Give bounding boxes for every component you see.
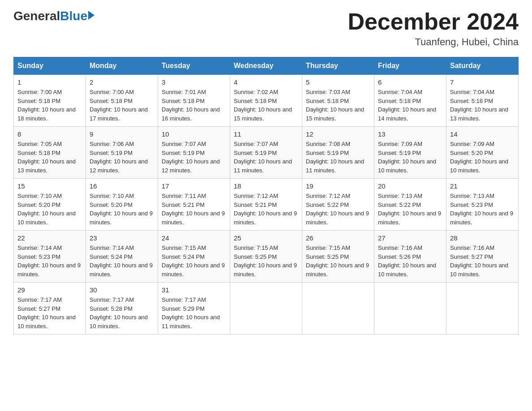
- day-number: 20: [378, 182, 442, 190]
- sunset-label: Sunset: 5:24 PM: [162, 253, 205, 260]
- sunrise-label: Sunrise: 7:12 AM: [306, 193, 350, 199]
- header-monday: Monday: [86, 57, 158, 75]
- day-number: 3: [162, 78, 226, 86]
- day-info: Sunrise: 7:00 AM Sunset: 5:18 PM Dayligh…: [17, 88, 82, 123]
- daylight-label: Daylight: 10 hours and 9 minutes.: [378, 210, 441, 226]
- calendar-week-3: 15 Sunrise: 7:10 AM Sunset: 5:20 PM Dayl…: [14, 179, 519, 231]
- day-info: Sunrise: 7:07 AM Sunset: 5:19 PM Dayligh…: [162, 140, 226, 175]
- month-title: December 2024: [348, 9, 519, 34]
- daylight-label: Daylight: 10 hours and 9 minutes.: [306, 262, 369, 278]
- daylight-label: Daylight: 10 hours and 10 minutes.: [17, 210, 76, 226]
- day-number: 2: [90, 78, 154, 86]
- daylight-label: Daylight: 10 hours and 10 minutes.: [90, 314, 148, 330]
- table-row: 17 Sunrise: 7:11 AM Sunset: 5:21 PM Dayl…: [158, 179, 230, 231]
- daylight-label: Daylight: 10 hours and 11 minutes.: [234, 158, 292, 174]
- table-row: 11 Sunrise: 7:07 AM Sunset: 5:19 PM Dayl…: [230, 127, 302, 179]
- day-info: Sunrise: 7:10 AM Sunset: 5:20 PM Dayligh…: [90, 192, 154, 227]
- daylight-label: Daylight: 10 hours and 9 minutes.: [90, 210, 153, 226]
- daylight-label: Daylight: 10 hours and 11 minutes.: [162, 314, 220, 330]
- sunrise-label: Sunrise: 7:05 AM: [17, 141, 62, 147]
- table-row: 21 Sunrise: 7:13 AM Sunset: 5:23 PM Dayl…: [446, 179, 519, 231]
- sunrise-label: Sunrise: 7:14 AM: [17, 244, 62, 251]
- table-row: [446, 283, 519, 334]
- day-info: Sunrise: 7:04 AM Sunset: 5:18 PM Dayligh…: [378, 88, 442, 123]
- sunset-label: Sunset: 5:24 PM: [90, 253, 133, 260]
- daylight-label: Daylight: 10 hours and 10 minutes.: [450, 262, 508, 278]
- sunrise-label: Sunrise: 7:17 AM: [17, 296, 62, 303]
- table-row: 6 Sunrise: 7:04 AM Sunset: 5:18 PM Dayli…: [374, 75, 446, 127]
- sunrise-label: Sunrise: 7:12 AM: [234, 193, 278, 199]
- table-row: 1 Sunrise: 7:00 AM Sunset: 5:18 PM Dayli…: [14, 75, 86, 127]
- table-row: 14 Sunrise: 7:09 AM Sunset: 5:20 PM Dayl…: [446, 127, 519, 179]
- daylight-label: Daylight: 10 hours and 16 minutes.: [162, 106, 220, 122]
- sunrise-label: Sunrise: 7:17 AM: [90, 296, 134, 303]
- day-info: Sunrise: 7:12 AM Sunset: 5:22 PM Dayligh…: [306, 192, 370, 227]
- sunrise-label: Sunrise: 7:16 AM: [450, 244, 494, 251]
- calendar-table: Sunday Monday Tuesday Wednesday Thursday…: [13, 57, 519, 334]
- header-tuesday: Tuesday: [158, 57, 230, 75]
- sunrise-label: Sunrise: 7:07 AM: [162, 141, 206, 147]
- logo-arrow-icon: [88, 11, 94, 20]
- sunrise-label: Sunrise: 7:07 AM: [234, 141, 278, 147]
- sunset-label: Sunset: 5:20 PM: [90, 201, 133, 208]
- sunset-label: Sunset: 5:23 PM: [450, 201, 493, 208]
- sunset-label: Sunset: 5:25 PM: [306, 253, 349, 260]
- day-number: 10: [162, 130, 226, 138]
- day-info: Sunrise: 7:08 AM Sunset: 5:19 PM Dayligh…: [306, 140, 370, 175]
- daylight-label: Daylight: 10 hours and 15 minutes.: [306, 106, 364, 122]
- table-row: 9 Sunrise: 7:06 AM Sunset: 5:19 PM Dayli…: [86, 127, 158, 179]
- day-number: 28: [450, 234, 515, 242]
- calendar-week-4: 22 Sunrise: 7:14 AM Sunset: 5:23 PM Dayl…: [14, 231, 519, 283]
- day-info: Sunrise: 7:07 AM Sunset: 5:19 PM Dayligh…: [234, 140, 298, 175]
- sunset-label: Sunset: 5:18 PM: [17, 150, 60, 156]
- day-number: 31: [162, 286, 226, 294]
- daylight-label: Daylight: 10 hours and 12 minutes.: [90, 158, 148, 174]
- sunrise-label: Sunrise: 7:04 AM: [450, 89, 494, 95]
- header-saturday: Saturday: [446, 57, 519, 75]
- sunrise-label: Sunrise: 7:01 AM: [162, 89, 206, 95]
- sunset-label: Sunset: 5:20 PM: [17, 201, 60, 208]
- title-section: December 2024 Tuanfeng, Hubei, China: [348, 9, 519, 48]
- sunrise-label: Sunrise: 7:04 AM: [378, 89, 422, 95]
- sunrise-label: Sunrise: 7:17 AM: [162, 296, 206, 303]
- calendar-week-5: 29 Sunrise: 7:17 AM Sunset: 5:27 PM Dayl…: [14, 283, 519, 334]
- sunset-label: Sunset: 5:26 PM: [378, 253, 421, 260]
- day-info: Sunrise: 7:01 AM Sunset: 5:18 PM Dayligh…: [162, 88, 226, 123]
- daylight-label: Daylight: 10 hours and 14 minutes.: [378, 106, 436, 122]
- sunrise-label: Sunrise: 7:10 AM: [17, 193, 62, 199]
- table-row: 26 Sunrise: 7:15 AM Sunset: 5:25 PM Dayl…: [302, 231, 374, 283]
- sunrise-label: Sunrise: 7:15 AM: [306, 244, 350, 251]
- sunset-label: Sunset: 5:28 PM: [90, 305, 133, 312]
- daylight-label: Daylight: 10 hours and 18 minutes.: [17, 106, 76, 122]
- sunrise-label: Sunrise: 7:15 AM: [162, 244, 206, 251]
- sunset-label: Sunset: 5:19 PM: [90, 150, 133, 156]
- table-row: 5 Sunrise: 7:03 AM Sunset: 5:18 PM Dayli…: [302, 75, 374, 127]
- table-row: 16 Sunrise: 7:10 AM Sunset: 5:20 PM Dayl…: [86, 179, 158, 231]
- daylight-label: Daylight: 10 hours and 9 minutes.: [90, 262, 153, 278]
- day-info: Sunrise: 7:09 AM Sunset: 5:19 PM Dayligh…: [378, 140, 442, 175]
- page-header: General Blue Blue December 2024 Tuanfeng…: [13, 9, 519, 48]
- sunset-label: Sunset: 5:18 PM: [306, 98, 349, 104]
- sunrise-label: Sunrise: 7:13 AM: [378, 193, 422, 199]
- calendar-week-1: 1 Sunrise: 7:00 AM Sunset: 5:18 PM Dayli…: [14, 75, 519, 127]
- daylight-label: Daylight: 10 hours and 9 minutes.: [450, 210, 513, 226]
- daylight-label: Daylight: 10 hours and 17 minutes.: [90, 106, 148, 122]
- table-row: 15 Sunrise: 7:10 AM Sunset: 5:20 PM Dayl…: [14, 179, 86, 231]
- table-row: [374, 283, 446, 334]
- table-row: 22 Sunrise: 7:14 AM Sunset: 5:23 PM Dayl…: [14, 231, 86, 283]
- sunset-label: Sunset: 5:18 PM: [90, 98, 133, 104]
- day-number: 4: [234, 78, 298, 86]
- daylight-label: Daylight: 10 hours and 9 minutes.: [162, 262, 225, 278]
- day-info: Sunrise: 7:10 AM Sunset: 5:20 PM Dayligh…: [17, 192, 82, 227]
- sunrise-label: Sunrise: 7:00 AM: [17, 89, 62, 95]
- sunset-label: Sunset: 5:19 PM: [306, 150, 349, 156]
- sunset-label: Sunset: 5:27 PM: [17, 305, 60, 312]
- day-info: Sunrise: 7:15 AM Sunset: 5:24 PM Dayligh…: [162, 244, 226, 278]
- table-row: 7 Sunrise: 7:04 AM Sunset: 5:18 PM Dayli…: [446, 75, 519, 127]
- sunset-label: Sunset: 5:18 PM: [17, 98, 60, 104]
- table-row: 19 Sunrise: 7:12 AM Sunset: 5:22 PM Dayl…: [302, 179, 374, 231]
- sunset-label: Sunset: 5:27 PM: [450, 253, 493, 260]
- day-info: Sunrise: 7:16 AM Sunset: 5:26 PM Dayligh…: [378, 244, 442, 278]
- calendar-week-2: 8 Sunrise: 7:05 AM Sunset: 5:18 PM Dayli…: [14, 127, 519, 179]
- table-row: 30 Sunrise: 7:17 AM Sunset: 5:28 PM Dayl…: [86, 283, 158, 334]
